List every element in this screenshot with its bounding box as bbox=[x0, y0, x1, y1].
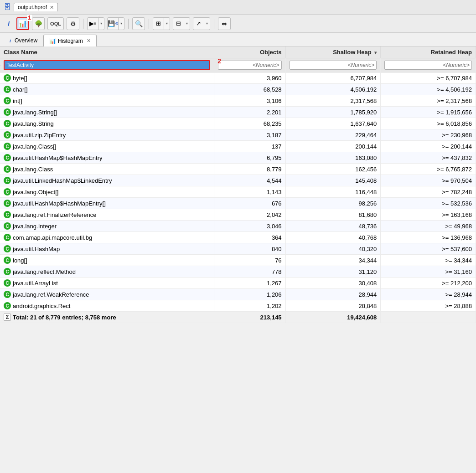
cell-shallow-heap: 6,707,984 bbox=[285, 72, 381, 84]
col-header-classname[interactable]: Class Name bbox=[0, 46, 214, 58]
cell-objects: 676 bbox=[214, 198, 286, 209]
info-button[interactable]: i bbox=[4, 19, 14, 29]
cell-retained-heap: >= 31,160 bbox=[381, 266, 476, 278]
step2-annotation: 2 bbox=[217, 57, 221, 65]
separator-3 bbox=[149, 19, 149, 29]
cell-classname: Cjava.lang.Integer bbox=[0, 221, 214, 231]
class-icon: C bbox=[4, 97, 11, 104]
retained-heap-filter-input[interactable] bbox=[384, 61, 472, 70]
heap-dropdown-button[interactable]: 💾⚙ ▾ bbox=[107, 17, 124, 30]
table-row[interactable]: Cchar[]68,5284,506,192>= 4,506,192 bbox=[0, 84, 476, 95]
col-header-objects[interactable]: Objects bbox=[214, 46, 286, 58]
table-icon: ⊟ bbox=[173, 18, 184, 30]
table-row[interactable]: Cjava.util.LinkedHashMap$LinkedEntry4,54… bbox=[0, 175, 476, 186]
table-row[interactable]: Cjava.util.ArrayList1,26730,408>= 212,20… bbox=[0, 278, 476, 289]
cell-objects: 68,235 bbox=[214, 118, 286, 129]
cell-retained-heap: >= 136,968 bbox=[381, 232, 476, 243]
table-row[interactable]: Cint[]3,1062,317,568>= 2,317,568 bbox=[0, 95, 476, 107]
cell-shallow-heap: 229,464 bbox=[285, 129, 381, 141]
table-header-row: Class Name Objects Shallow Heap ▾ Retain… bbox=[0, 46, 476, 58]
export-dropdown-button[interactable]: ↗ ▾ bbox=[193, 17, 210, 30]
table-dropdown-button[interactable]: ⊟ ▾ bbox=[173, 17, 190, 30]
cell-objects: 3,187 bbox=[214, 129, 286, 141]
table-row[interactable]: Ccom.amap.api.mapcore.util.bg36440,768>=… bbox=[0, 232, 476, 243]
cell-objects: 68,528 bbox=[214, 84, 286, 95]
heap-dropdown-arrow[interactable]: ▾ bbox=[119, 18, 124, 30]
dominator-tree-button[interactable]: 🌳 bbox=[32, 17, 45, 30]
table-row[interactable]: Cjava.util.HashMap84040,320>= 537,600 bbox=[0, 243, 476, 255]
class-icon: C bbox=[4, 154, 11, 161]
table-row[interactable]: Cjava.lang.String[]2,2011,785,920>= 1,91… bbox=[0, 107, 476, 118]
oql-button[interactable]: OQL bbox=[47, 17, 64, 30]
cell-shallow-heap: 163,080 bbox=[285, 152, 381, 164]
cell-classname: Cjava.lang.ref.FinalizerReference bbox=[0, 209, 214, 220]
cell-retained-heap: >= 6,707,984 bbox=[381, 72, 476, 84]
table-row[interactable]: Cjava.lang.Class8,779162,456>= 6,765,872 bbox=[0, 164, 476, 175]
table-row[interactable]: Clong[]7634,344>= 34,344 bbox=[0, 255, 476, 266]
cell-objects: 840 bbox=[214, 243, 286, 255]
table-row[interactable]: Cjava.lang.Class[]137200,144>= 200,144 bbox=[0, 141, 476, 152]
total-shallow-heap: 19,424,608 bbox=[285, 312, 381, 323]
layout-dropdown-button[interactable]: ⊞ ▾ bbox=[153, 17, 170, 30]
class-icon: C bbox=[4, 245, 11, 252]
separator-4 bbox=[214, 19, 214, 29]
class-name-text: com.amap.api.mapcore.util.bg bbox=[13, 234, 92, 241]
tab-overview[interactable]: i Overview bbox=[4, 34, 43, 46]
file-tab-close[interactable]: ✕ bbox=[50, 5, 54, 10]
cell-retained-heap: >= 782,248 bbox=[381, 186, 476, 198]
layout-dropdown-arrow[interactable]: ▾ bbox=[164, 18, 170, 30]
export-dropdown-arrow[interactable]: ▾ bbox=[204, 18, 210, 30]
histogram-tab-close[interactable]: ✕ bbox=[87, 38, 91, 44]
file-tab[interactable]: output.hprof ✕ bbox=[14, 3, 58, 11]
cell-shallow-heap: 40,320 bbox=[285, 243, 381, 255]
table-row[interactable]: Cjava.lang.reflect.Method77831,120>= 31,… bbox=[0, 266, 476, 278]
cell-classname: Clong[] bbox=[0, 255, 214, 266]
table-row[interactable]: Candroid.graphics.Rect1,20228,848>= 28,8… bbox=[0, 300, 476, 312]
objects-filter-input[interactable] bbox=[218, 61, 282, 70]
search-button[interactable]: 🔍 bbox=[132, 17, 145, 30]
cell-classname: Cchar[] bbox=[0, 84, 214, 95]
table-row[interactable]: Cbyte[]3,9606,707,984>= 6,707,984 bbox=[0, 72, 476, 84]
class-name-text: java.lang.Integer bbox=[13, 223, 57, 230]
run-dropdown-arrow[interactable]: ▾ bbox=[98, 18, 104, 30]
table-row[interactable]: Cjava.lang.String68,2351,637,640>= 6,018… bbox=[0, 118, 476, 129]
heap-icon: 💾⚙ bbox=[108, 18, 119, 30]
step1-annotation: 1 bbox=[27, 15, 32, 21]
link-button[interactable]: ⇔ bbox=[218, 17, 231, 30]
cell-classname: Cjava.lang.Object[] bbox=[0, 186, 214, 197]
cell-classname: Cint[] bbox=[0, 95, 214, 106]
cell-shallow-heap: 31,120 bbox=[285, 266, 381, 278]
cell-shallow-heap: 2,317,568 bbox=[285, 95, 381, 107]
table-row[interactable]: Cjava.lang.Object[]1,143116,448>= 782,24… bbox=[0, 186, 476, 198]
class-icon: C bbox=[4, 302, 11, 309]
table-row[interactable]: Cjava.lang.ref.WeakReference1,20628,944>… bbox=[0, 289, 476, 300]
filter-cell-objects bbox=[214, 58, 286, 72]
run-dropdown-button[interactable]: ▶≡ ▾ bbox=[87, 17, 104, 30]
separator-1 bbox=[83, 19, 83, 29]
cell-objects: 3,046 bbox=[214, 221, 286, 232]
tab-histogram[interactable]: 📊 Histogram ✕ bbox=[43, 35, 97, 46]
cell-retained-heap: >= 34,344 bbox=[381, 255, 476, 266]
col-header-shallow-heap[interactable]: Shallow Heap ▾ bbox=[285, 46, 381, 58]
class-name-text: java.lang.reflect.Method bbox=[13, 268, 76, 275]
classname-filter-input[interactable] bbox=[4, 60, 210, 70]
histogram-tab-icon: 📊 bbox=[49, 38, 56, 44]
table-row[interactable]: Cjava.util.HashMap$HashMapEntry[]67698,2… bbox=[0, 198, 476, 209]
oql-icon: OQL bbox=[50, 21, 61, 26]
cell-objects: 1,202 bbox=[214, 300, 286, 312]
histogram-button[interactable]: 📊 1 bbox=[16, 17, 29, 30]
table-dropdown-arrow[interactable]: ▾ bbox=[184, 18, 190, 30]
table-row[interactable]: Cjava.util.HashMap$HashMapEntry6,795163,… bbox=[0, 152, 476, 164]
cell-classname: Cjava.lang.String bbox=[0, 118, 214, 129]
table-row[interactable]: Cjava.util.zip.ZipEntry3,187229,464>= 23… bbox=[0, 129, 476, 141]
cell-classname: Cjava.util.HashMap bbox=[0, 243, 214, 254]
settings-button[interactable]: ⚙ bbox=[67, 17, 79, 30]
cell-shallow-heap: 1,637,640 bbox=[285, 118, 381, 129]
cell-shallow-heap: 28,944 bbox=[285, 289, 381, 300]
table-row[interactable]: Cjava.lang.Integer3,04648,736>= 49,968 bbox=[0, 221, 476, 232]
layout-icon: ⊞ bbox=[153, 18, 164, 30]
table-row[interactable]: Cjava.lang.ref.FinalizerReference2,04281… bbox=[0, 209, 476, 221]
col-header-retained-heap[interactable]: Retained Heap bbox=[381, 46, 476, 58]
title-bar: 🗄 output.hprof ✕ bbox=[0, 0, 476, 15]
shallow-heap-filter-input[interactable] bbox=[290, 61, 377, 70]
